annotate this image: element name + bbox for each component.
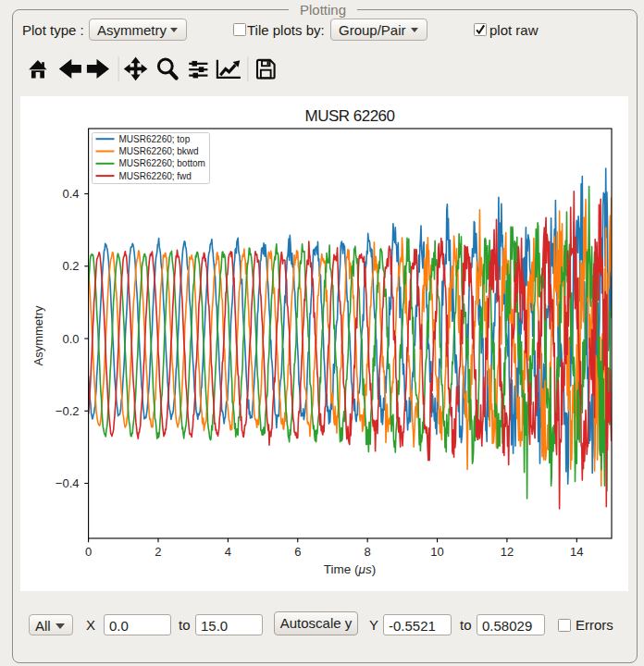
svg-text:0.4: 0.4 [62, 187, 79, 201]
svg-text:10: 10 [430, 545, 443, 559]
svg-text:MUSR62260; bottom: MUSR62260; bottom [119, 158, 205, 168]
svg-text:−0.4: −0.4 [56, 476, 80, 490]
svg-text:0: 0 [85, 545, 92, 559]
svg-text:Asymmetry: Asymmetry [31, 305, 45, 366]
svg-text:6: 6 [294, 545, 301, 559]
svg-text:Time (μs): Time (μs) [324, 562, 376, 576]
svg-text:4: 4 [225, 545, 231, 559]
svg-text:12: 12 [501, 545, 514, 559]
svg-text:0.0: 0.0 [62, 332, 79, 346]
svg-text:MUSR62260; bkwd: MUSR62260; bkwd [119, 146, 199, 156]
svg-text:2: 2 [155, 545, 161, 559]
svg-text:MUSR62260; top: MUSR62260; top [119, 134, 191, 144]
svg-text:−0.2: −0.2 [56, 404, 80, 418]
svg-text:14: 14 [570, 545, 583, 559]
svg-text:MUSR 62260: MUSR 62260 [304, 107, 394, 125]
svg-text:MUSR62260; fwd: MUSR62260; fwd [119, 171, 192, 181]
svg-text:8: 8 [365, 545, 371, 559]
svg-text:0.2: 0.2 [62, 259, 79, 273]
